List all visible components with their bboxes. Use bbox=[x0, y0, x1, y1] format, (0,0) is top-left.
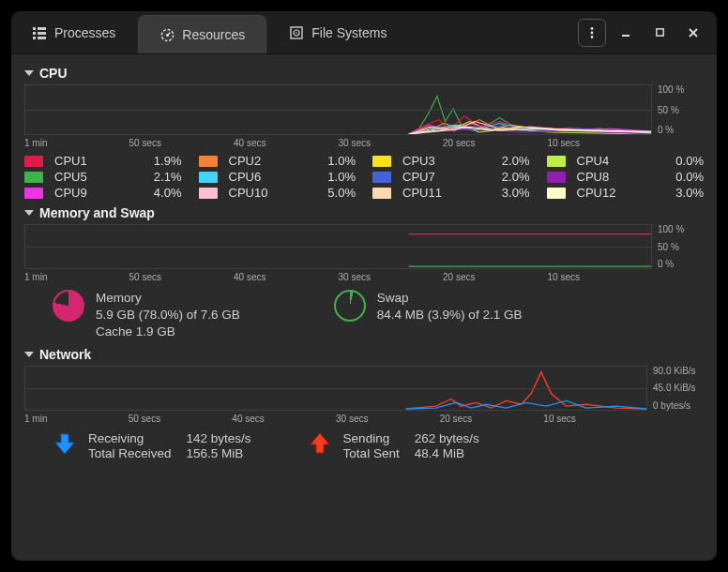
cpu-legend-item[interactable]: CPU11.9% bbox=[24, 154, 182, 168]
ytick: 90.0 KiB/s bbox=[653, 366, 704, 376]
xtick: 20 secs bbox=[443, 272, 548, 282]
color-swatch bbox=[199, 156, 218, 167]
tab-resources[interactable]: Resources bbox=[138, 15, 266, 53]
xtick: 30 secs bbox=[339, 272, 444, 282]
cpu-value: 1.0% bbox=[327, 154, 356, 168]
tab-processes[interactable]: Processes bbox=[11, 11, 136, 53]
cpu-yaxis: 100 % 50 % 0 % bbox=[652, 84, 704, 135]
tab-bar: Processes Resources File Systems bbox=[11, 11, 578, 53]
svg-rect-3 bbox=[38, 32, 46, 35]
sending-block: Sending 262 bytes/s Total Sent 48.4 MiB bbox=[308, 431, 479, 460]
ytick: 100 % bbox=[658, 84, 704, 95]
section-header-memory[interactable]: Memory and Swap bbox=[24, 205, 704, 220]
color-swatch bbox=[199, 188, 218, 199]
tab-filesystems[interactable]: File Systems bbox=[268, 11, 407, 53]
net-yaxis: 90.0 KiB/s 45.0 KiB/s 0 bytes/s bbox=[647, 366, 704, 411]
xtick: 10 secs bbox=[548, 138, 653, 148]
svg-rect-2 bbox=[33, 32, 36, 35]
cpu-legend-item[interactable]: CPU72.0% bbox=[372, 170, 530, 184]
titlebar: Processes Resources File Systems bbox=[11, 11, 717, 54]
cpu-xaxis: 1 min 50 secs 40 secs 30 secs 20 secs 10… bbox=[24, 138, 704, 148]
expander-icon bbox=[24, 70, 34, 76]
cpu-legend-item[interactable]: CPU21.0% bbox=[199, 154, 356, 168]
xtick: 10 secs bbox=[543, 414, 647, 424]
recv-total-label: Total Received bbox=[88, 446, 172, 460]
svg-rect-15 bbox=[622, 35, 629, 37]
xtick: 50 secs bbox=[129, 272, 235, 282]
cpu-value: 2.0% bbox=[502, 154, 530, 168]
color-swatch bbox=[372, 156, 391, 167]
maximize-button[interactable] bbox=[645, 19, 674, 47]
cpu-value: 0.0% bbox=[675, 154, 704, 168]
expander-icon bbox=[24, 210, 34, 216]
ytick: 45.0 KiB/s bbox=[653, 383, 704, 393]
cpu-legend: CPU11.9%CPU21.0%CPU32.0%CPU40.0%CPU52.1%… bbox=[24, 154, 704, 200]
cpu-legend-item[interactable]: CPU105.0% bbox=[199, 186, 356, 200]
ytick: 50 % bbox=[658, 242, 704, 252]
minimize-button[interactable] bbox=[612, 19, 640, 47]
cpu-name: CPU5 bbox=[51, 170, 146, 184]
xtick: 10 secs bbox=[548, 272, 653, 282]
memory-cache: Cache 1.9 GB bbox=[96, 324, 240, 340]
close-button[interactable] bbox=[679, 19, 707, 47]
cpu-legend-item[interactable]: CPU113.0% bbox=[372, 186, 530, 200]
svg-rect-5 bbox=[38, 37, 46, 39]
cpu-legend-item[interactable]: CPU52.1% bbox=[24, 170, 182, 184]
svg-line-8 bbox=[167, 32, 170, 35]
window-controls bbox=[578, 11, 717, 53]
cpu-name: CPU6 bbox=[225, 170, 321, 184]
xtick: 30 secs bbox=[339, 138, 444, 148]
cpu-value: 2.0% bbox=[502, 170, 530, 184]
svg-point-12 bbox=[591, 27, 594, 30]
list-icon bbox=[32, 25, 47, 40]
cpu-name: CPU7 bbox=[399, 170, 494, 184]
xtick: 30 secs bbox=[336, 414, 440, 424]
recv-label: Receiving bbox=[88, 431, 172, 445]
section-header-network[interactable]: Network bbox=[24, 347, 704, 362]
disk-icon bbox=[289, 25, 304, 40]
send-total-label: Total Sent bbox=[343, 446, 400, 460]
color-swatch bbox=[547, 188, 566, 199]
cpu-value: 1.9% bbox=[154, 154, 182, 168]
gauge-icon bbox=[159, 27, 174, 42]
swap-title: Swap bbox=[377, 290, 523, 307]
tab-label: Resources bbox=[182, 27, 245, 42]
section-header-cpu[interactable]: CPU bbox=[24, 66, 704, 81]
network-graph bbox=[24, 366, 647, 411]
cpu-legend-item[interactable]: CPU61.0% bbox=[199, 170, 356, 184]
svg-point-14 bbox=[591, 36, 594, 38]
tab-label: File Systems bbox=[311, 25, 387, 40]
send-label: Sending bbox=[343, 431, 400, 445]
cpu-name: CPU1 bbox=[51, 154, 146, 168]
hamburger-menu-button[interactable] bbox=[578, 19, 606, 47]
recv-rate: 142 bytes/s bbox=[187, 431, 251, 445]
svg-rect-4 bbox=[33, 37, 36, 39]
section-title: Network bbox=[39, 347, 91, 362]
color-swatch bbox=[547, 156, 566, 167]
recv-total: 156.5 MiB bbox=[187, 446, 251, 460]
color-swatch bbox=[24, 188, 43, 199]
download-arrow-icon bbox=[53, 431, 77, 456]
system-monitor-window: Processes Resources File Systems bbox=[11, 11, 717, 561]
memory-block: Memory 5.9 GB (78.0%) of 7.6 GB Cache 1.… bbox=[53, 290, 240, 341]
ytick: 0 bytes/s bbox=[653, 400, 704, 411]
cpu-legend-item[interactable]: CPU123.0% bbox=[547, 186, 705, 200]
cpu-value: 5.0% bbox=[327, 186, 356, 200]
expander-icon bbox=[24, 352, 34, 357]
svg-rect-16 bbox=[656, 29, 662, 36]
cpu-name: CPU12 bbox=[573, 186, 669, 200]
cpu-legend-item[interactable]: CPU80.0% bbox=[547, 170, 705, 184]
cpu-value: 1.0% bbox=[327, 170, 356, 184]
xtick: 1 min bbox=[24, 272, 129, 282]
cpu-legend-item[interactable]: CPU94.0% bbox=[24, 186, 182, 200]
swap-pie-icon bbox=[334, 290, 366, 322]
color-swatch bbox=[372, 188, 391, 199]
xtick: 50 secs bbox=[129, 138, 235, 148]
cpu-legend-item[interactable]: CPU40.0% bbox=[547, 154, 705, 168]
section-title: Memory and Swap bbox=[39, 205, 155, 220]
cpu-legend-item[interactable]: CPU32.0% bbox=[372, 154, 530, 168]
color-swatch bbox=[24, 172, 43, 183]
swap-block: Swap 84.4 MB (3.9%) of 2.1 GB bbox=[334, 290, 523, 324]
mem-xaxis: 1 min 50 secs 40 secs 30 secs 20 secs 10… bbox=[24, 272, 704, 282]
cpu-name: CPU3 bbox=[399, 154, 494, 168]
